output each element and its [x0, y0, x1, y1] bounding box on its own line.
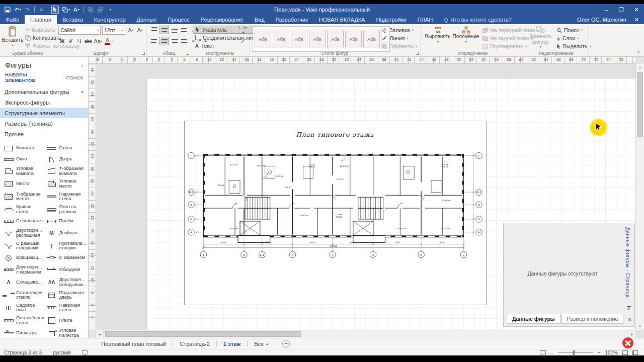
stencil-shape[interactable]: Окно на роликах [46, 205, 88, 214]
stencil-shape[interactable]: Вращающ... [3, 254, 45, 262]
align-left-button[interactable] [149, 37, 159, 45]
style-swatch[interactable]: Абв [291, 30, 307, 48]
position-button[interactable]: Положение▾ [453, 24, 479, 43]
style-swatch[interactable]: Абв [327, 30, 344, 48]
change-shape-icon[interactable]: ▾ [62, 6, 70, 14]
align-right-button[interactable] [170, 37, 179, 45]
line-button[interactable]: Линия▾ [381, 34, 417, 42]
select-button[interactable]: Выделить▾ [556, 42, 591, 50]
stencil-category[interactable]: Прочее [0, 129, 88, 139]
bold-button[interactable]: Ж [58, 37, 66, 45]
stencil-shape[interactable]: MДвойная [46, 228, 88, 238]
font-family-select[interactable]: Calibri▾ [58, 26, 101, 35]
ribbon-tab-Рецензирование[interactable]: Рецензирование [195, 15, 249, 24]
stencil-shape[interactable]: Угловое место [46, 179, 88, 189]
style-swatch[interactable]: Абв [345, 30, 362, 48]
undo-icon[interactable]: ↶▾ [14, 6, 21, 14]
align-shapes-button[interactable]: Выровнять▾ [425, 24, 451, 43]
stencil-shape[interactable]: Обходная [46, 265, 88, 275]
stencil-shape[interactable]: Двустворч... с карманом [3, 265, 45, 275]
font-size-select[interactable]: 12пт▾ [102, 26, 125, 35]
collapse-ribbon-icon[interactable]: ∧ [636, 49, 640, 54]
stencil-shape[interactable]: Т-образное место [3, 192, 45, 202]
stencil-shape[interactable]: Угловая пилястра [46, 328, 88, 338]
freeform-tool-button[interactable] [240, 37, 246, 46]
stencil-shape[interactable]: ΛΛДвустворч... складываю... [46, 278, 88, 287]
stencil-shape[interactable]: Т-образная комната [46, 166, 88, 176]
stencil-shape[interactable]: Садовое окно [3, 303, 45, 313]
language-indicator[interactable]: русский [53, 350, 71, 355]
stencil-shape[interactable]: Двустворч... распашная [3, 228, 45, 238]
ribbon-tab-Файл[interactable]: Файл [0, 15, 25, 24]
style-swatch[interactable]: Абв [309, 30, 326, 48]
page-tab-1 этаж[interactable]: 1 этаж [217, 338, 247, 349]
pointer-tool-icon[interactable] [51, 6, 59, 14]
add-page-button[interactable]: + [282, 340, 290, 347]
horizontal-scroll-thumb[interactable] [105, 331, 301, 337]
stencil-shape[interactable]: Подъемная дверь [46, 291, 88, 300]
stencil-shape[interactable]: Пилястра [3, 328, 45, 338]
ribbon-tab-Вид[interactable]: Вид [249, 15, 270, 24]
style-swatch[interactable]: Абв [363, 30, 380, 48]
tab-size-position[interactable]: Размер и положение [561, 314, 623, 324]
stencil-category[interactable]: Экспресс-фигуры [0, 97, 88, 108]
text-format-icon[interactable]: A▾ [73, 6, 80, 14]
vertical-scroll-thumb[interactable] [637, 72, 643, 137]
collapse-panel-icon[interactable]: ‹ [81, 62, 83, 68]
ellipse-tool-icon[interactable]: ○ [38, 6, 45, 14]
restore-button[interactable]: ❐ [614, 4, 629, 15]
stencil-category[interactable]: Дополнительные фигуры▸ [0, 86, 88, 97]
layers-button[interactable]: ◈Слои▾ [556, 34, 591, 42]
align-middle-button[interactable] [159, 26, 169, 34]
stencil-shape[interactable]: Стеклопакет [3, 217, 45, 225]
stencil-shape[interactable]: С разными створками [3, 241, 45, 251]
display-settings-icon[interactable] [82, 350, 88, 354]
scroll-up-icon[interactable]: ▲ [636, 64, 644, 71]
stencil-shape[interactable]: Навесная стена [46, 303, 88, 313]
ribbon-tab-Процесс[interactable]: Процесс [162, 15, 195, 24]
account-name[interactable]: Олег ОС. Малютин [577, 17, 626, 23]
horizontal-scrollbar[interactable]: ◀ ▶ [96, 330, 635, 338]
paste-button[interactable]: Вставить ▾ [1, 24, 24, 47]
ribbon-tab-Главная[interactable]: Главная [25, 15, 57, 24]
stencil-shape[interactable]: Проём [46, 217, 88, 225]
font-color-button[interactable]: А [104, 37, 111, 45]
close-button[interactable]: ✕ [629, 4, 644, 15]
justify-button[interactable] [180, 37, 189, 45]
full-screen-icon[interactable] [632, 350, 638, 355]
stencil-category[interactable]: Структурные элементы [0, 108, 88, 118]
ribbon-tab-Данные[interactable]: Данные [131, 15, 163, 24]
ribbon-tab-НОВАЯ ВКЛАДКА[interactable]: НОВАЯ ВКЛАДКА [313, 15, 371, 24]
zoom-slider[interactable] [558, 352, 593, 353]
connection-point-tool-button[interactable]: ✕ [241, 30, 245, 36]
shape-data-vertical-tab[interactable]: Данные фигуры - Страница [625, 227, 630, 298]
ribbon-tab-Вставка[interactable]: Вставка [57, 15, 89, 24]
align-center-button[interactable] [159, 37, 169, 45]
stencil-shape[interactable]: Комната [3, 144, 45, 152]
stencil-shape[interactable]: Скользящее стекло [3, 291, 45, 300]
style-swatch[interactable]: Абв [255, 30, 271, 48]
minimize-button[interactable]: – [599, 4, 614, 15]
shrink-font-button[interactable]: А▾ [136, 26, 143, 34]
all-pages-button[interactable]: Все▲ [248, 341, 275, 347]
underline-button[interactable]: Ч [75, 37, 83, 45]
pin-panel-icon[interactable] [628, 306, 629, 310]
ribbon-tab-Разработчик[interactable]: Разработчик [270, 15, 313, 24]
stencil-shape[interactable]: Место [3, 179, 45, 189]
stencil-shape[interactable]: Дверь [46, 155, 88, 163]
vertical-scrollbar[interactable]: ▲ ▼ [635, 64, 644, 330]
style-swatch[interactable]: Абв [273, 30, 289, 48]
fill-button[interactable]: Заливка▾ [381, 26, 417, 34]
zoom-in-icon[interactable]: + [598, 350, 601, 355]
stencil-shape[interactable]: С карманом [46, 254, 88, 262]
page-indicator[interactable]: Страница 3 из 3 [4, 350, 42, 355]
ribbon-tab-Конструктор[interactable]: Конструктор [89, 15, 131, 24]
ribbon-tab-Надстройки[interactable]: Надстройки [370, 15, 412, 24]
stencil-shape[interactable]: ΛСкладыва... [3, 278, 45, 287]
italic-button[interactable]: К [67, 37, 74, 45]
grow-font-button[interactable]: А▴ [127, 26, 134, 34]
tab-shape-data[interactable]: Данные фигуры [507, 314, 560, 324]
close-panel-icon[interactable]: × [628, 317, 631, 323]
change-case-button[interactable]: Аа▾ [94, 37, 103, 45]
stencil-shape[interactable]: Наружная стена [46, 192, 88, 202]
